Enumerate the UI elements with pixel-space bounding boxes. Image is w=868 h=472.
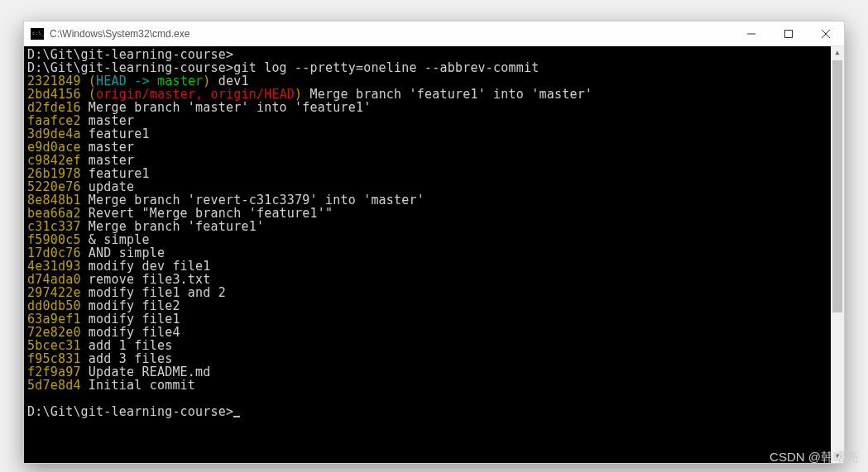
window-controls [732,21,844,45]
log-line: 5d7e8d4 Initial commit [27,379,841,392]
log-line: 4e31d93 modify dev file1 [27,260,841,273]
log-line: 8e848b1 Merge branch 'revert-c31c3379' i… [27,193,841,207]
terminal-output[interactable]: D:\Git\git-learning-course>D:\Git\git-le… [24,46,844,463]
log-line: 297422e modify file1 and 2 [27,286,841,299]
log-line: dd0db50 modify file2 [27,299,841,312]
log-line: d74ada0 remove file3.txt [27,273,841,286]
log-line: c31c337 Merge branch 'feature1' [27,220,841,233]
cursor [233,416,240,417]
log-line: 3d9de4a feature1 [27,127,841,141]
log-line: f5900c5 & simple [27,233,841,246]
titlebar[interactable]: C:\Windows\System32\cmd.exe [24,21,844,46]
log-line: bea66a2 Revert "Merge branch 'feature1'" [27,207,841,220]
close-button[interactable] [807,21,844,45]
log-line: faafce2 master [27,114,841,127]
svg-rect-1 [784,30,792,37]
scroll-thumb[interactable] [832,60,842,312]
log-line: 72e82e0 modify file4 [27,326,841,339]
maximize-button[interactable] [770,21,807,45]
command-line: D:\Git\git-learning-course>git log --pre… [27,61,841,74]
window-title: C:\Windows\System32\cmd.exe [50,28,732,40]
scroll-up-button[interactable]: ▲ [831,46,844,60]
cmd-window: C:\Windows\System32\cmd.exe D:\Git\git-l… [23,21,845,464]
scroll-down-button[interactable]: ▼ [831,450,844,463]
log-line: 5bcec31 add 1 files [27,339,841,352]
log-line: 17d0c76 AND simple [27,246,841,260]
log-line: c9842ef master [27,154,841,167]
blank-line [27,392,841,405]
log-line: 26b1978 feature1 [27,167,841,180]
final-prompt: D:\Git\git-learning-course> [27,405,841,418]
log-line: d2fde16 Merge branch 'master' into 'feat… [27,101,841,114]
log-line: e9d0ace master [27,141,841,154]
log-head-line: 2321849 (HEAD -> master) dev1 [27,74,841,88]
log-line: 5220e76 update [27,180,841,193]
log-line: f95c831 add 3 files [27,352,841,365]
log-line: 63a9ef1 modify file1 [27,312,841,326]
minimize-button[interactable] [732,21,770,45]
scrollbar[interactable]: ▲ ▼ [831,46,844,463]
log-line: f2f9a97 Update README.md [27,365,841,379]
log-origin-line: 2bd4156 (origin/master, origin/HEAD) Mer… [27,88,841,101]
cmd-icon [31,28,44,40]
prompt-line: D:\Git\git-learning-course> [27,48,841,61]
